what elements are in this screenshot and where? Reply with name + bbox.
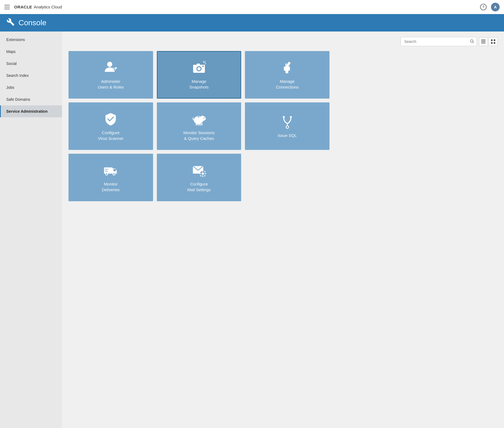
svg-point-12 [114,68,115,69]
svg-point-9 [107,62,112,67]
svg-rect-35 [200,124,201,125]
svg-rect-25 [285,70,288,73]
svg-rect-36 [201,123,203,125]
tile-manage-snapshots[interactable]: ManageSnapshots [157,51,241,99]
svg-point-19 [202,65,204,67]
sidebar-item-maps[interactable]: Maps [0,46,62,58]
svg-rect-14 [115,69,116,70]
search-input[interactable] [401,37,477,46]
svg-rect-24 [284,66,290,71]
console-title: Console [18,18,46,27]
stethoscope-icon [280,115,294,129]
plug-icon [280,61,294,75]
svg-rect-43 [104,167,113,174]
svg-rect-34 [198,124,199,125]
truck-icon [104,163,118,177]
svg-rect-2 [481,40,486,40]
svg-point-30 [201,115,204,117]
sidebar-item-search-index[interactable]: Search Index [0,70,62,81]
sidebar-item-extensions[interactable]: Extensions [0,34,62,46]
svg-rect-5 [491,39,493,41]
svg-point-48 [113,173,115,175]
search-wrapper [401,37,477,46]
svg-rect-44 [114,169,116,171]
tile-label: ConfigureMail Settings [187,181,211,193]
svg-rect-55 [202,170,203,172]
sidebar: Extensions Maps Social Search Index Jobs… [0,32,62,428]
svg-rect-33 [196,123,197,125]
svg-rect-58 [205,173,206,174]
svg-rect-7 [491,42,493,44]
hamburger-menu[interactable] [4,5,10,9]
tile-label: Issue SQL [278,133,297,138]
tile-manage-connections[interactable]: ManageConnections [245,51,329,99]
svg-rect-37 [198,117,200,117]
mail-gear-icon [192,163,206,177]
user-avatar[interactable]: A [491,3,500,11]
svg-line-1 [473,42,474,43]
piggy-bank-icon [192,112,206,126]
svg-rect-56 [202,175,203,177]
svg-rect-13 [116,67,117,68]
svg-line-20 [204,61,205,62]
svg-rect-26 [285,63,286,66]
svg-point-31 [203,117,204,118]
svg-rect-57 [200,173,201,174]
svg-rect-4 [481,43,486,43]
oracle-logo: ORACLE Analytics Cloud [14,5,62,9]
tiles-grid: AdministerUsers & Roles ManageSnapshots [69,51,329,201]
list-view-button[interactable] [479,37,488,46]
camera-icon [192,61,206,75]
top-nav: ORACLE Analytics Cloud ? A [0,0,504,14]
tile-label: ManageConnections [276,78,298,90]
tile-monitor-deliveries[interactable]: MonitorDeliveries [69,154,153,201]
sidebar-item-service-administration[interactable]: Service Administration [0,105,62,117]
svg-line-21 [205,64,206,64]
tile-issue-sql[interactable]: Issue SQL [245,102,329,150]
search-bar-container [69,37,497,46]
tile-label: ManageSnapshots [189,78,209,90]
tile-label: ConfigureVirus Scanner [98,130,123,141]
view-toggle [479,37,497,46]
tile-monitor-sessions[interactable]: Monitor Sessions& Query Caches [157,102,241,150]
svg-point-17 [197,67,201,70]
svg-rect-50 [105,170,108,171]
svg-point-32 [204,118,206,120]
analytics-cloud-label: Analytics Cloud [34,5,62,9]
search-icon[interactable] [470,39,474,44]
main-layout: Extensions Maps Social Search Index Jobs… [0,32,504,428]
tile-configure-virus-scanner[interactable]: ConfigureVirus Scanner [69,102,153,150]
svg-point-46 [106,173,107,175]
sidebar-item-jobs[interactable]: Jobs [0,81,62,93]
content-area: AdministerUsers & Roles ManageSnapshots [62,32,504,428]
sidebar-item-social[interactable]: Social [0,58,62,70]
tile-label: AdministerUsers & Roles [98,78,124,90]
tile-label: MonitorDeliveries [102,181,120,193]
help-button[interactable]: ? [480,4,487,10]
svg-line-22 [203,61,204,62]
svg-point-42 [286,126,288,128]
tile-configure-mail[interactable]: ConfigureMail Settings [157,154,241,201]
svg-rect-27 [288,63,289,66]
console-header: Console [0,14,504,32]
oracle-brand: ORACLE [14,5,32,9]
tile-label: Monitor Sessions& Query Caches [183,130,214,141]
svg-point-0 [471,40,473,42]
sidebar-item-safe-domains[interactable]: Safe Domains [0,93,62,105]
svg-rect-18 [197,64,200,65]
svg-rect-3 [481,41,486,42]
nav-right: ? A [480,3,500,11]
svg-rect-49 [105,169,108,169]
svg-rect-51 [105,171,108,172]
shield-check-icon [104,112,118,126]
user-key-icon [104,61,118,75]
wrench-icon [7,18,15,28]
svg-rect-6 [494,39,495,41]
svg-point-54 [202,172,204,175]
svg-rect-8 [494,42,495,44]
grid-view-button[interactable] [489,37,497,46]
tile-administer-users-roles[interactable]: AdministerUsers & Roles [69,51,153,99]
